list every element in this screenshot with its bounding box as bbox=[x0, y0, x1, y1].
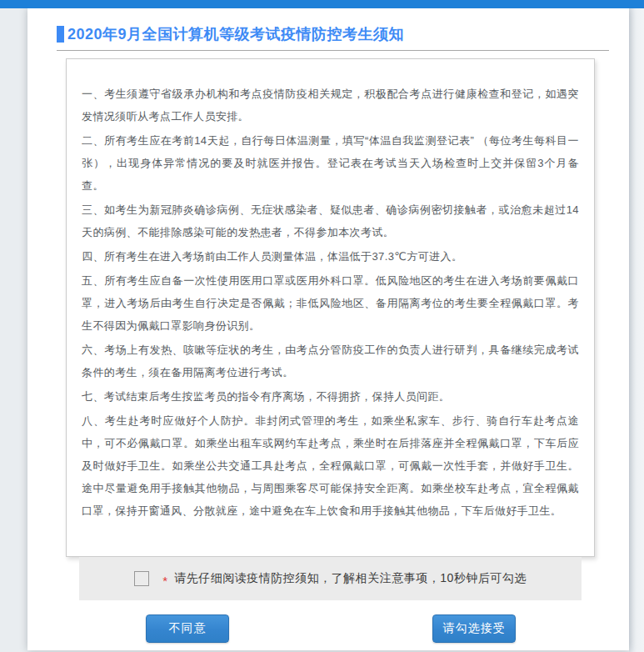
notice-paragraph: 八、考生赴考时应做好个人防护。非封闭式管理的考生，如乘坐私家车、步行、骑自行车赴… bbox=[82, 409, 579, 522]
title-divider bbox=[57, 50, 609, 51]
consent-checkbox[interactable] bbox=[134, 571, 149, 586]
title-marker bbox=[57, 26, 64, 43]
notice-card: 2020年9月全国计算机等级考试疫情防控考生须知 一、考生须遵守省级承办机构和考… bbox=[27, 8, 629, 650]
notice-paragraph: 七、考试结束后考生按监考员的指令有序离场，不得拥挤，保持人员间距。 bbox=[82, 385, 579, 408]
consent-label: 请先仔细阅读疫情防控须知，了解相关注意事项，10秒钟后可勾选 bbox=[174, 571, 527, 586]
top-accent-bar bbox=[0, 0, 644, 8]
notice-paragraph: 四、所有考生在进入考场前由工作人员测量体温，体温低于37.3℃方可进入。 bbox=[82, 245, 579, 268]
disagree-button[interactable]: 不同意 bbox=[146, 614, 229, 643]
notice-paragraph: 六、考场上有发热、咳嗽等症状的考生，由考点分管防疫工作的负责人进行研判，具备继续… bbox=[82, 339, 579, 384]
notice-paragraph: 五、所有考生应自备一次性使用医用口罩或医用外科口罩。低风险地区的考生在进入考场前… bbox=[82, 269, 579, 337]
page-title: 2020年9月全国计算机等级考试疫情防控考生须知 bbox=[67, 24, 404, 44]
page-header: 2020年9月全国计算机等级考试疫情防控考生须知 bbox=[57, 24, 404, 44]
vertical-scrollbar-track[interactable] bbox=[629, 8, 644, 652]
notice-paragraph: 二、所有考生应在考前14天起，自行每日体温测量，填写“体温自我监测登记表” （每… bbox=[82, 129, 579, 197]
accept-button[interactable]: 请勾选接受 bbox=[432, 614, 516, 643]
notice-paragraph: 三、如考生为新冠肺炎确诊病例、无症状感染者、疑似患者、确诊病例密切接触者，或治愈… bbox=[82, 198, 579, 243]
notice-paragraph: 一、考生须遵守省级承办机构和考点疫情防疫相关规定，积极配合考点进行健康检查和登记… bbox=[82, 83, 579, 128]
consent-bar: * 请先仔细阅读疫情防控须知，了解相关注意事项，10秒钟后可勾选 bbox=[79, 557, 582, 600]
notice-body: 一、考生须遵守省级承办机构和考点疫情防疫相关规定，积极配合考点进行健康检查和登记… bbox=[66, 58, 595, 557]
required-asterisk: * bbox=[162, 574, 167, 588]
